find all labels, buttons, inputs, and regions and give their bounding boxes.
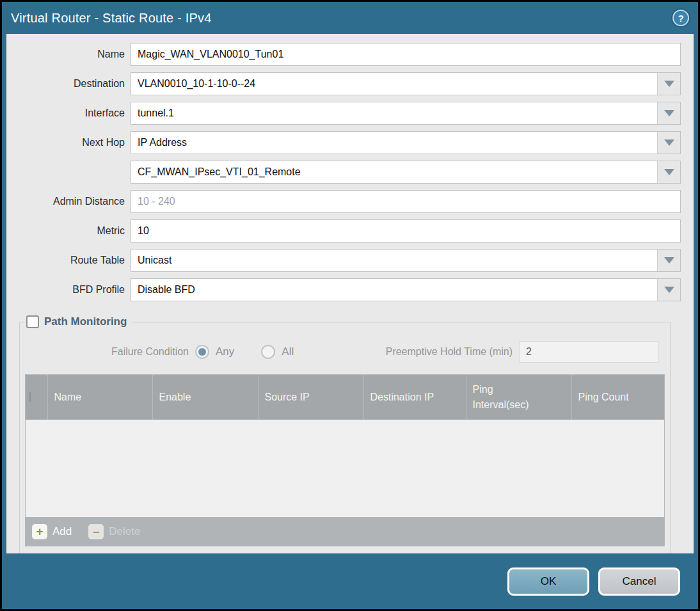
path-monitoring-table: Name Enable Source IP Destination IP Pin… [25, 374, 665, 546]
preemptive-hold-time-input [519, 341, 658, 363]
next-hop-label: Next Hop [6, 131, 131, 154]
table-header-row: Name Enable Source IP Destination IP Pin… [26, 375, 664, 420]
failure-condition-label: Failure Condition [24, 346, 195, 358]
bfd-profile-dropdown-button[interactable] [657, 279, 680, 301]
interface-combo [131, 102, 681, 125]
preemptive-hold-time-group: Preemptive Hold Time (min) [386, 341, 658, 363]
chevron-down-icon [664, 81, 674, 87]
add-button-label: Add [52, 525, 72, 538]
bfd-profile-input[interactable] [131, 279, 657, 301]
next-hop-type-input[interactable] [131, 132, 657, 154]
dialog-content: Name Destination Interface [6, 34, 694, 553]
cancel-button[interactable]: Cancel [598, 567, 680, 596]
radio-icon [261, 345, 275, 359]
bfd-profile-combo [131, 278, 681, 301]
dialog-window: Virtual Router - Static Route - IPv4 ? N… [0, 0, 700, 611]
bfd-profile-label: BFD Profile [6, 278, 131, 301]
route-table-combo [131, 249, 681, 272]
failure-condition-all-radio[interactable]: All [261, 345, 294, 359]
name-field-wrap [131, 43, 681, 66]
preemptive-hold-time-label: Preemptive Hold Time (min) [386, 346, 519, 358]
select-all-checkbox[interactable] [29, 391, 31, 403]
path-monitoring-checkbox[interactable] [26, 315, 39, 328]
metric-field-wrap [131, 219, 681, 242]
admin-distance-row: Admin Distance [6, 190, 681, 213]
title-bar: Virtual Router - Static Route - IPv4 ? [2, 2, 698, 34]
column-header-name: Name [47, 375, 152, 420]
minus-icon: – [88, 524, 104, 539]
column-header-enable: Enable [152, 375, 258, 420]
path-monitoring-title: Path Monitoring [44, 315, 127, 328]
column-header-ping-interval: Ping Interval(sec) [466, 375, 571, 420]
column-header-source-ip: Source IP [258, 375, 363, 420]
all-radio-label: All [282, 345, 294, 358]
destination-row: Destination [6, 72, 681, 95]
interface-label: Interface [6, 102, 131, 125]
failure-condition-radio-group: Any All [195, 345, 294, 359]
route-table-input[interactable] [131, 250, 657, 271]
destination-combo [131, 72, 681, 95]
chevron-down-icon [664, 110, 674, 116]
path-monitoring-legend: Path Monitoring [25, 315, 132, 328]
column-header-destination-ip: Destination IP [363, 375, 466, 420]
admin-distance-label: Admin Distance [6, 190, 131, 213]
radio-icon [195, 345, 209, 359]
metric-input[interactable] [131, 220, 680, 242]
next-hop-value-label [6, 161, 131, 184]
table-empty-body [26, 420, 664, 517]
next-hop-type-dropdown-button[interactable] [657, 132, 680, 154]
add-button[interactable]: + Add [32, 524, 72, 539]
interface-dropdown-button[interactable] [657, 102, 680, 124]
path-monitoring-section: Path Monitoring Failure Condition Any Al… [19, 315, 671, 553]
name-label: Name [6, 43, 131, 66]
name-row: Name [6, 43, 681, 66]
destination-dropdown-button[interactable] [657, 73, 680, 95]
any-radio-label: Any [216, 345, 234, 358]
plus-icon: + [32, 524, 47, 539]
name-input[interactable] [131, 44, 680, 65]
next-hop-row: Next Hop [6, 131, 681, 154]
chevron-down-icon [664, 257, 674, 264]
failure-condition-row: Failure Condition Any All Preemptive Hol… [24, 335, 666, 365]
admin-distance-field-wrap [131, 190, 681, 213]
interface-input[interactable] [131, 102, 657, 124]
table-toolbar: + Add – Delete [26, 517, 664, 546]
next-hop-value-combo [131, 161, 681, 184]
help-icon[interactable]: ? [672, 10, 689, 26]
dialog-footer: OK Cancel [2, 553, 698, 609]
chevron-down-icon [664, 139, 674, 146]
admin-distance-input[interactable] [131, 191, 680, 212]
destination-label: Destination [6, 72, 131, 95]
chevron-down-icon [664, 287, 674, 293]
delete-button-label: Delete [109, 525, 140, 538]
select-all-header-cell [26, 375, 47, 420]
metric-label: Metric [6, 219, 131, 242]
chevron-down-icon [664, 169, 674, 175]
destination-input[interactable] [131, 73, 657, 95]
failure-condition-any-radio[interactable]: Any [195, 345, 234, 359]
route-table-dropdown-button[interactable] [657, 250, 680, 271]
route-table-row: Route Table [6, 249, 681, 272]
metric-row: Metric [6, 219, 681, 242]
next-hop-type-combo [131, 131, 681, 154]
delete-button[interactable]: – Delete [88, 524, 140, 539]
bfd-profile-row: BFD Profile [6, 278, 681, 301]
ok-button[interactable]: OK [507, 567, 589, 596]
next-hop-value-dropdown-button[interactable] [657, 161, 680, 183]
next-hop-value-row [6, 161, 681, 184]
next-hop-value-input[interactable] [131, 161, 657, 183]
interface-row: Interface [6, 102, 681, 125]
column-header-ping-count: Ping Count [571, 375, 664, 420]
route-table-label: Route Table [6, 249, 131, 272]
dialog-title: Virtual Router - Static Route - IPv4 [11, 11, 672, 26]
